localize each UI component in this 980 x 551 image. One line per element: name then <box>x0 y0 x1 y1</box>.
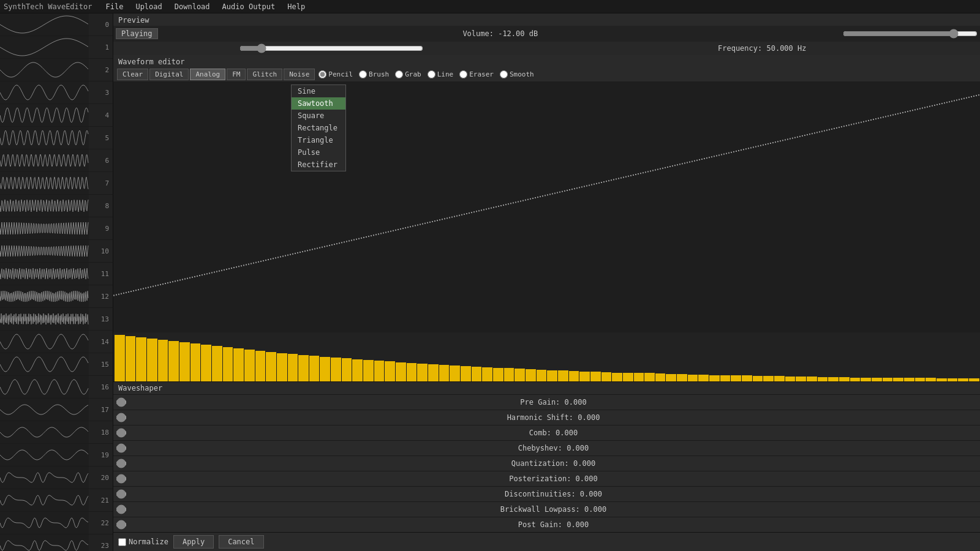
digital-button[interactable]: Digital <box>149 69 189 80</box>
harmonic-bar-54 <box>698 375 709 381</box>
sidebar-item-21[interactable]: 21 <box>0 489 113 512</box>
sidebar-item-17[interactable]: 17 <box>0 399 113 421</box>
sidebar-num-1: 1 <box>89 43 113 51</box>
dropdown-triangle[interactable]: Triangle <box>292 134 345 146</box>
ws-label-1: Harmonic Shift: 0.000 <box>127 413 980 422</box>
normalize-label[interactable]: Normalize <box>118 538 168 546</box>
sidebar-waveform-10 <box>0 240 89 262</box>
sidebar-num-4: 4 <box>89 111 113 119</box>
sidebar-item-0[interactable]: 0 <box>0 13 113 36</box>
harmonic-bar-72 <box>893 378 903 381</box>
sidebar-item-13[interactable]: 13 <box>0 308 113 331</box>
sidebar-item-5[interactable]: 5 <box>0 127 113 149</box>
harmonic-bar-37 <box>514 369 525 381</box>
dropdown-sawtooth[interactable]: Sawtooth <box>292 97 345 110</box>
smooth-radio[interactable] <box>500 70 508 78</box>
grab-radio-label[interactable]: Grab <box>393 70 424 78</box>
sidebar-num-16: 16 <box>89 383 113 391</box>
line-radio[interactable] <box>428 70 435 78</box>
sidebar-waveform-8 <box>0 195 89 217</box>
noise-button[interactable]: Noise <box>284 69 315 80</box>
harmonic-bar-16 <box>288 354 298 381</box>
ws-slider-4[interactable] <box>116 459 127 468</box>
menu-audio-output[interactable]: Audio Output <box>216 1 282 12</box>
line-radio-label[interactable]: Line <box>425 70 456 78</box>
menu-download[interactable]: Download <box>168 1 216 12</box>
smooth-radio-label[interactable]: Smooth <box>497 70 537 78</box>
sidebar-item-6[interactable]: 6 <box>0 149 113 172</box>
sidebar-num-7: 7 <box>89 179 113 187</box>
dropdown-rectifier[interactable]: Rectifier <box>292 159 345 171</box>
main-layout: 01234567891011121314151617181920212223 P… <box>0 13 980 551</box>
grab-radio[interactable] <box>395 70 403 78</box>
dropdown-rectangle[interactable]: Rectangle <box>292 122 345 134</box>
harmonic-bar-69 <box>861 378 871 381</box>
ws-slider-3[interactable] <box>116 443 127 453</box>
ws-slider-2[interactable] <box>116 428 127 438</box>
sidebar-item-3[interactable]: 3 <box>0 81 113 104</box>
ws-slider-5[interactable] <box>116 474 127 484</box>
harmonic-bar-35 <box>493 368 503 381</box>
sidebar-item-19[interactable]: 19 <box>0 444 113 467</box>
sidebar-num-0: 0 <box>89 21 113 29</box>
sidebar-item-4[interactable]: 4 <box>0 104 113 127</box>
sidebar-item-2[interactable]: 2 <box>0 59 113 81</box>
sidebar-waveform-22 <box>0 512 89 534</box>
sidebar-item-18[interactable]: 18 <box>0 421 113 444</box>
sidebar-item-22[interactable]: 22 <box>0 512 113 534</box>
clear-button[interactable]: Clear <box>117 69 148 80</box>
ws-label-6: Discontinuities: 0.000 <box>127 490 980 498</box>
sidebar-item-11[interactable]: 11 <box>0 263 113 285</box>
eraser-radio-label[interactable]: Eraser <box>457 70 496 78</box>
ws-slider-7[interactable] <box>116 504 127 514</box>
sidebar-waveform-21 <box>0 489 89 511</box>
pencil-radio-label[interactable]: Pencil <box>316 70 355 78</box>
sidebar-item-9[interactable]: 9 <box>0 217 113 240</box>
harmonic-bar-21 <box>342 358 352 381</box>
sidebar-waveform-12 <box>0 285 89 307</box>
ws-slider-0[interactable] <box>116 397 127 407</box>
freq-slider[interactable] <box>239 43 423 53</box>
harmonic-bar-10 <box>223 347 233 381</box>
sidebar-waveform-15 <box>0 353 89 375</box>
analog-button[interactable]: Analog <box>190 69 225 80</box>
sidebar-item-16[interactable]: 16 <box>0 376 113 399</box>
dropdown-square[interactable]: Square <box>292 110 345 122</box>
ws-slider-8[interactable] <box>116 520 127 530</box>
harmonic-area[interactable] <box>113 332 980 381</box>
volume-slider[interactable] <box>843 29 978 39</box>
sidebar-item-1[interactable]: 1 <box>0 36 113 59</box>
pencil-radio[interactable] <box>318 70 326 78</box>
ws-slider-1[interactable] <box>116 413 127 422</box>
apply-button[interactable]: Apply <box>173 535 214 549</box>
sidebar-item-20[interactable]: 20 <box>0 467 113 489</box>
menu-help[interactable]: Help <box>281 1 311 12</box>
sidebar-item-8[interactable]: 8 <box>0 195 113 217</box>
harmonic-bar-11 <box>233 348 244 381</box>
wave-canvas-area[interactable] <box>113 81 980 332</box>
ws-slider-6[interactable] <box>116 489 127 499</box>
wave-canvas[interactable] <box>113 81 980 332</box>
cancel-button[interactable]: Cancel <box>219 535 263 549</box>
sidebar-num-14: 14 <box>89 338 113 346</box>
smooth-label: Smooth <box>510 70 534 78</box>
sidebar-item-7[interactable]: 7 <box>0 172 113 195</box>
sidebar-item-14[interactable]: 14 <box>0 331 113 353</box>
menu-file[interactable]: File <box>100 1 130 12</box>
fm-button[interactable]: FM <box>227 69 246 80</box>
harmonic-bar-23 <box>363 360 374 381</box>
normalize-checkbox[interactable] <box>118 538 126 546</box>
sidebar-item-12[interactable]: 12 <box>0 285 113 308</box>
menu-upload[interactable]: Upload <box>129 1 168 12</box>
brush-radio-label[interactable]: Brush <box>356 70 391 78</box>
dropdown-sine[interactable]: Sine <box>292 85 345 97</box>
harmonic-bar-0 <box>115 335 125 381</box>
sidebar-item-23[interactable]: 23 <box>0 534 113 551</box>
dropdown-pulse[interactable]: Pulse <box>292 146 345 159</box>
sidebar-item-15[interactable]: 15 <box>0 353 113 376</box>
eraser-radio[interactable] <box>459 70 467 78</box>
harmonic-bar-57 <box>731 375 741 381</box>
glitch-button[interactable]: Glitch <box>247 69 282 80</box>
sidebar-item-10[interactable]: 10 <box>0 240 113 263</box>
brush-radio[interactable] <box>359 70 367 78</box>
